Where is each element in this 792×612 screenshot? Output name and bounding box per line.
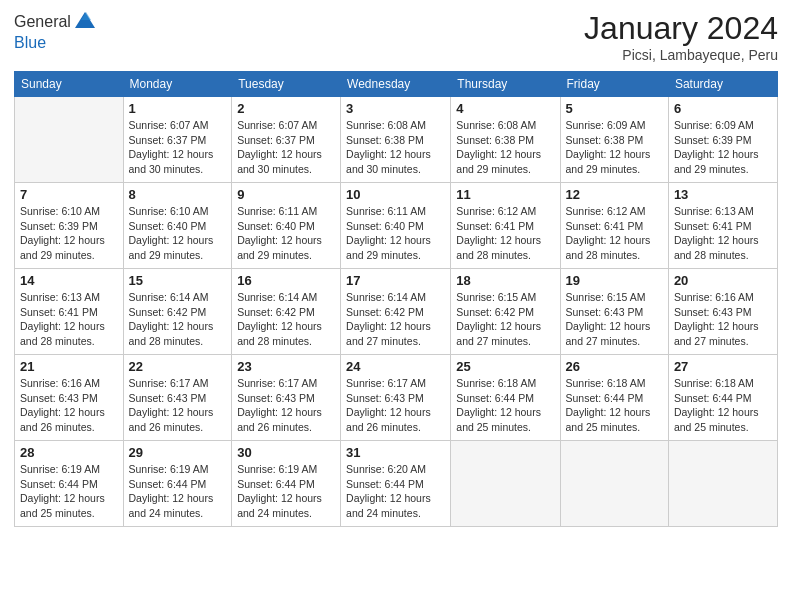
day-info: Sunrise: 6:07 AM Sunset: 6:37 PM Dayligh… <box>237 118 335 177</box>
calendar-day-cell: 29Sunrise: 6:19 AM Sunset: 6:44 PM Dayli… <box>123 441 232 527</box>
calendar-week-row: 28Sunrise: 6:19 AM Sunset: 6:44 PM Dayli… <box>15 441 778 527</box>
day-info: Sunrise: 6:19 AM Sunset: 6:44 PM Dayligh… <box>237 462 335 521</box>
calendar-week-row: 7Sunrise: 6:10 AM Sunset: 6:39 PM Daylig… <box>15 183 778 269</box>
calendar-day-cell: 12Sunrise: 6:12 AM Sunset: 6:41 PM Dayli… <box>560 183 668 269</box>
day-number: 20 <box>674 273 772 288</box>
calendar-day-cell: 4Sunrise: 6:08 AM Sunset: 6:38 PM Daylig… <box>451 97 560 183</box>
day-number: 12 <box>566 187 663 202</box>
calendar-day-cell: 28Sunrise: 6:19 AM Sunset: 6:44 PM Dayli… <box>15 441 124 527</box>
day-number: 18 <box>456 273 554 288</box>
day-number: 23 <box>237 359 335 374</box>
day-info: Sunrise: 6:19 AM Sunset: 6:44 PM Dayligh… <box>20 462 118 521</box>
calendar-day-cell <box>15 97 124 183</box>
day-info: Sunrise: 6:09 AM Sunset: 6:39 PM Dayligh… <box>674 118 772 177</box>
day-number: 22 <box>129 359 227 374</box>
logo-general-text: General <box>14 13 71 31</box>
day-number: 24 <box>346 359 445 374</box>
day-number: 6 <box>674 101 772 116</box>
header: General Blue January 2024 Picsi, Lambaye… <box>14 10 778 63</box>
day-info: Sunrise: 6:17 AM Sunset: 6:43 PM Dayligh… <box>346 376 445 435</box>
calendar-day-cell: 24Sunrise: 6:17 AM Sunset: 6:43 PM Dayli… <box>341 355 451 441</box>
calendar-day-cell: 3Sunrise: 6:08 AM Sunset: 6:38 PM Daylig… <box>341 97 451 183</box>
day-number: 11 <box>456 187 554 202</box>
day-number: 10 <box>346 187 445 202</box>
calendar-day-cell: 21Sunrise: 6:16 AM Sunset: 6:43 PM Dayli… <box>15 355 124 441</box>
day-info: Sunrise: 6:13 AM Sunset: 6:41 PM Dayligh… <box>20 290 118 349</box>
calendar-header-row: Sunday Monday Tuesday Wednesday Thursday… <box>15 72 778 97</box>
day-info: Sunrise: 6:14 AM Sunset: 6:42 PM Dayligh… <box>129 290 227 349</box>
day-info: Sunrise: 6:16 AM Sunset: 6:43 PM Dayligh… <box>20 376 118 435</box>
calendar-day-cell: 25Sunrise: 6:18 AM Sunset: 6:44 PM Dayli… <box>451 355 560 441</box>
calendar-table: Sunday Monday Tuesday Wednesday Thursday… <box>14 71 778 527</box>
calendar-day-cell <box>668 441 777 527</box>
day-info: Sunrise: 6:17 AM Sunset: 6:43 PM Dayligh… <box>129 376 227 435</box>
day-info: Sunrise: 6:08 AM Sunset: 6:38 PM Dayligh… <box>346 118 445 177</box>
calendar-day-cell: 6Sunrise: 6:09 AM Sunset: 6:39 PM Daylig… <box>668 97 777 183</box>
logo-blue-text: Blue <box>14 34 97 52</box>
day-info: Sunrise: 6:14 AM Sunset: 6:42 PM Dayligh… <box>346 290 445 349</box>
col-sunday: Sunday <box>15 72 124 97</box>
col-thursday: Thursday <box>451 72 560 97</box>
calendar-day-cell: 20Sunrise: 6:16 AM Sunset: 6:43 PM Dayli… <box>668 269 777 355</box>
calendar-day-cell: 10Sunrise: 6:11 AM Sunset: 6:40 PM Dayli… <box>341 183 451 269</box>
day-number: 5 <box>566 101 663 116</box>
day-info: Sunrise: 6:18 AM Sunset: 6:44 PM Dayligh… <box>456 376 554 435</box>
day-info: Sunrise: 6:13 AM Sunset: 6:41 PM Dayligh… <box>674 204 772 263</box>
day-number: 28 <box>20 445 118 460</box>
day-info: Sunrise: 6:18 AM Sunset: 6:44 PM Dayligh… <box>674 376 772 435</box>
day-number: 4 <box>456 101 554 116</box>
calendar-day-cell: 30Sunrise: 6:19 AM Sunset: 6:44 PM Dayli… <box>232 441 341 527</box>
day-number: 30 <box>237 445 335 460</box>
calendar-day-cell: 7Sunrise: 6:10 AM Sunset: 6:39 PM Daylig… <box>15 183 124 269</box>
day-number: 19 <box>566 273 663 288</box>
calendar-day-cell: 22Sunrise: 6:17 AM Sunset: 6:43 PM Dayli… <box>123 355 232 441</box>
day-number: 16 <box>237 273 335 288</box>
day-number: 29 <box>129 445 227 460</box>
day-number: 13 <box>674 187 772 202</box>
day-info: Sunrise: 6:07 AM Sunset: 6:37 PM Dayligh… <box>129 118 227 177</box>
calendar-week-row: 14Sunrise: 6:13 AM Sunset: 6:41 PM Dayli… <box>15 269 778 355</box>
day-number: 27 <box>674 359 772 374</box>
logo: General Blue <box>14 10 97 52</box>
subtitle: Picsi, Lambayeque, Peru <box>584 47 778 63</box>
calendar-week-row: 1Sunrise: 6:07 AM Sunset: 6:37 PM Daylig… <box>15 97 778 183</box>
calendar-day-cell: 17Sunrise: 6:14 AM Sunset: 6:42 PM Dayli… <box>341 269 451 355</box>
col-tuesday: Tuesday <box>232 72 341 97</box>
calendar-day-cell: 15Sunrise: 6:14 AM Sunset: 6:42 PM Dayli… <box>123 269 232 355</box>
day-info: Sunrise: 6:16 AM Sunset: 6:43 PM Dayligh… <box>674 290 772 349</box>
day-number: 26 <box>566 359 663 374</box>
day-info: Sunrise: 6:12 AM Sunset: 6:41 PM Dayligh… <box>566 204 663 263</box>
month-title: January 2024 <box>584 10 778 47</box>
day-number: 3 <box>346 101 445 116</box>
day-number: 1 <box>129 101 227 116</box>
day-info: Sunrise: 6:10 AM Sunset: 6:40 PM Dayligh… <box>129 204 227 263</box>
day-info: Sunrise: 6:10 AM Sunset: 6:39 PM Dayligh… <box>20 204 118 263</box>
day-number: 7 <box>20 187 118 202</box>
calendar-day-cell: 1Sunrise: 6:07 AM Sunset: 6:37 PM Daylig… <box>123 97 232 183</box>
calendar-day-cell: 31Sunrise: 6:20 AM Sunset: 6:44 PM Dayli… <box>341 441 451 527</box>
title-block: January 2024 Picsi, Lambayeque, Peru <box>584 10 778 63</box>
day-info: Sunrise: 6:18 AM Sunset: 6:44 PM Dayligh… <box>566 376 663 435</box>
calendar-day-cell <box>451 441 560 527</box>
calendar-day-cell <box>560 441 668 527</box>
day-info: Sunrise: 6:09 AM Sunset: 6:38 PM Dayligh… <box>566 118 663 177</box>
day-info: Sunrise: 6:11 AM Sunset: 6:40 PM Dayligh… <box>346 204 445 263</box>
calendar-day-cell: 14Sunrise: 6:13 AM Sunset: 6:41 PM Dayli… <box>15 269 124 355</box>
day-info: Sunrise: 6:17 AM Sunset: 6:43 PM Dayligh… <box>237 376 335 435</box>
calendar-day-cell: 9Sunrise: 6:11 AM Sunset: 6:40 PM Daylig… <box>232 183 341 269</box>
day-number: 8 <box>129 187 227 202</box>
calendar-day-cell: 2Sunrise: 6:07 AM Sunset: 6:37 PM Daylig… <box>232 97 341 183</box>
calendar-week-row: 21Sunrise: 6:16 AM Sunset: 6:43 PM Dayli… <box>15 355 778 441</box>
calendar-day-cell: 8Sunrise: 6:10 AM Sunset: 6:40 PM Daylig… <box>123 183 232 269</box>
day-info: Sunrise: 6:11 AM Sunset: 6:40 PM Dayligh… <box>237 204 335 263</box>
calendar-day-cell: 27Sunrise: 6:18 AM Sunset: 6:44 PM Dayli… <box>668 355 777 441</box>
day-info: Sunrise: 6:19 AM Sunset: 6:44 PM Dayligh… <box>129 462 227 521</box>
day-number: 15 <box>129 273 227 288</box>
day-number: 21 <box>20 359 118 374</box>
day-info: Sunrise: 6:12 AM Sunset: 6:41 PM Dayligh… <box>456 204 554 263</box>
logo-icon <box>73 10 97 34</box>
col-friday: Friday <box>560 72 668 97</box>
day-info: Sunrise: 6:14 AM Sunset: 6:42 PM Dayligh… <box>237 290 335 349</box>
day-number: 14 <box>20 273 118 288</box>
col-wednesday: Wednesday <box>341 72 451 97</box>
